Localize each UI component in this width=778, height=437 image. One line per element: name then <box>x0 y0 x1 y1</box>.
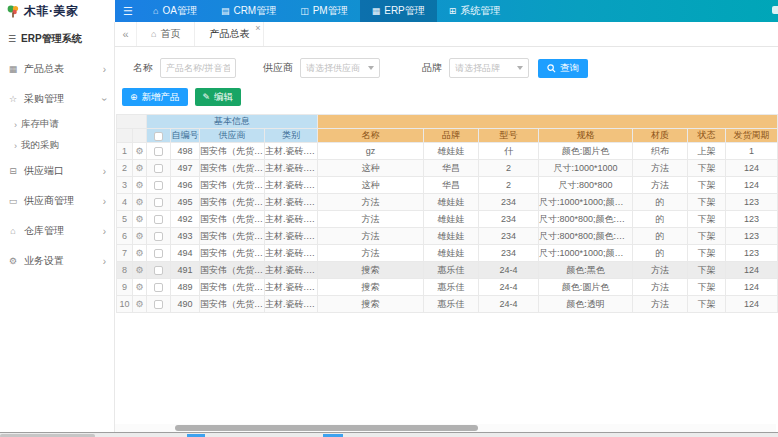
cell-brand: 雄娃娃 <box>424 211 479 228</box>
sidebar-item-供应端口[interactable]: ⊟供应端口› <box>0 156 114 186</box>
nav-menu-items: ⌂OA管理▤CRM管理◫PM管理▦ERP管理⊞系统管理 <box>141 0 512 22</box>
cell-model: 234 <box>479 245 539 262</box>
column-header-名称: 名称 <box>318 129 424 143</box>
cell-material: 方法 <box>633 262 688 279</box>
name-filter-input[interactable] <box>160 58 236 78</box>
cell-supplier: 国安伟（先货后... <box>200 279 265 296</box>
cell-material: 方法 <box>633 177 688 194</box>
sidebar-subitem-label: 我的采购 <box>21 139 59 152</box>
cell-name: 方法 <box>318 194 424 211</box>
column-header-自编号: 自编号 <box>171 129 200 143</box>
row-settings-gear-icon[interactable]: ⚙ <box>133 211 147 228</box>
row-checkbox[interactable] <box>154 198 163 207</box>
row-checkbox[interactable] <box>154 300 163 309</box>
supplier-select[interactable]: 请选择供应商 <box>300 58 380 78</box>
close-icon[interactable]: × <box>255 23 260 33</box>
row-settings-gear-icon[interactable]: ⚙ <box>133 279 147 296</box>
row-checkbox[interactable] <box>154 164 163 173</box>
brand-filter-label: 品牌 <box>422 61 442 75</box>
tab-label: 首页 <box>160 27 180 41</box>
nav-item-CRM管理[interactable]: ▤CRM管理 <box>209 0 288 22</box>
nav-item-label: 系统管理 <box>460 4 500 18</box>
cell-name: 方法 <box>318 228 424 245</box>
tabs-scroll-left-icon[interactable]: « <box>115 22 137 46</box>
nav-item-OA管理[interactable]: ⌂OA管理 <box>141 0 209 22</box>
chevron-right-icon: › <box>14 141 17 151</box>
row-checkbox[interactable] <box>154 266 163 275</box>
cell-spec: 尺寸:1000*1000;颜色:黑色 <box>539 194 633 211</box>
row-checkbox[interactable] <box>154 215 163 224</box>
row-checkbox[interactable] <box>154 147 163 156</box>
nav-item-系统管理[interactable]: ⊞系统管理 <box>437 0 513 22</box>
sidebar-item-采购管理[interactable]: ☆采购管理› <box>0 84 114 114</box>
row-settings-gear-icon[interactable]: ⚙ <box>133 262 147 279</box>
row-checkbox[interactable] <box>154 249 163 258</box>
row-settings-gear-icon[interactable]: ⚙ <box>133 143 147 160</box>
sidebar-menu: ▦产品总表›☆采购管理››库存申请›我的采购⊟供应端口›▭供应商管理›⌂仓库管理… <box>0 54 114 276</box>
row-checkbox[interactable] <box>154 283 163 292</box>
select-all-checkbox[interactable] <box>154 132 163 141</box>
edit-button[interactable]: ✎ 编辑 <box>195 88 242 106</box>
nav-item-ERP管理[interactable]: ▦ERP管理 <box>360 0 437 22</box>
row-number: 1 <box>117 143 133 160</box>
cell-supplier: 国安伟（先货后... <box>200 160 265 177</box>
cell-brand: 惠乐佳 <box>424 279 479 296</box>
chevron-right-icon: › <box>103 64 106 75</box>
main-layout: ☰ ERP管理系统 ▦产品总表›☆采购管理››库存申请›我的采购⊟供应端口›▭供… <box>0 22 778 437</box>
row-settings-gear-icon[interactable]: ⚙ <box>133 245 147 262</box>
search-icon <box>547 64 556 73</box>
cell-brand: 雄娃娃 <box>424 143 479 160</box>
sidebar-item-label: 业务设置 <box>24 254 97 268</box>
cell-spec: 尺寸:1000*1000 <box>539 160 633 177</box>
add-product-button[interactable]: ⊕ 新增产品 <box>122 88 188 106</box>
table-column-header-row: 自编号供应商类别名称品牌型号规格材质状态发货周期 <box>117 129 778 143</box>
table-group-header-row: 基本信息 <box>117 115 778 129</box>
sidebar-subitem-我的采购[interactable]: ›我的采购 <box>0 135 114 156</box>
cell-category: 主材.瓷砖.抛晶砖 <box>265 228 318 245</box>
row-settings-gear-icon[interactable]: ⚙ <box>133 194 147 211</box>
sidebar-item-label: 仓库管理 <box>24 224 97 238</box>
sidebar-item-业务设置[interactable]: ⚙业务设置› <box>0 246 114 276</box>
rownum-header-cell <box>117 129 133 143</box>
cell-status: 下架 <box>688 211 726 228</box>
sidebar-item-label: 供应商管理 <box>24 194 97 208</box>
cell-supplier: 国安伟（先货后... <box>200 245 265 262</box>
row-checkbox[interactable] <box>154 232 163 241</box>
tab-首页[interactable]: ⌂首页 <box>137 22 194 46</box>
cell-model: 2 <box>479 160 539 177</box>
cell-material: 方法 <box>633 296 688 313</box>
chevron-down-icon <box>517 66 523 70</box>
cell-brand: 雄娃娃 <box>424 194 479 211</box>
row-number: 10 <box>117 296 133 313</box>
row-settings-gear-icon[interactable]: ⚙ <box>133 160 147 177</box>
row-settings-gear-icon[interactable]: ⚙ <box>133 228 147 245</box>
nav-item-PM管理[interactable]: ◫PM管理 <box>288 0 360 22</box>
cell-model: 2 <box>479 177 539 194</box>
cell-cycle: 123 <box>726 228 778 245</box>
action-toolbar: ⊕ 新增产品 ✎ 编辑 <box>122 88 778 106</box>
product-table: 基本信息 自编号供应商类别名称品牌型号规格材质状态发货周期 1⚙498国安伟（先… <box>116 114 777 313</box>
tabs-container: ⌂首页产品总表× <box>137 22 264 46</box>
sidebar-item-供应商管理[interactable]: ▭供应商管理› <box>0 186 114 216</box>
query-button[interactable]: 查询 <box>538 59 588 78</box>
cell-model: 24-4 <box>479 262 539 279</box>
row-number: 8 <box>117 262 133 279</box>
sidebar-item-label: 供应端口 <box>24 164 97 178</box>
cell-code: 493 <box>171 228 200 245</box>
sidebar-item-产品总表[interactable]: ▦产品总表› <box>0 54 114 84</box>
cell-name: 搜索 <box>318 296 424 313</box>
sidebar-subitem-库存申请[interactable]: ›库存申请 <box>0 114 114 135</box>
row-settings-gear-icon[interactable]: ⚙ <box>133 177 147 194</box>
navbar-right-icon[interactable] <box>772 6 778 14</box>
row-settings-gear-icon[interactable]: ⚙ <box>133 296 147 313</box>
sidebar-item-仓库管理[interactable]: ⌂仓库管理› <box>0 216 114 246</box>
brand-select[interactable]: 请选择品牌 <box>449 58 529 78</box>
sidebar-item-label: 产品总表 <box>24 62 97 76</box>
cell-spec: 尺寸:800*800 <box>539 177 633 194</box>
tab-产品总表[interactable]: 产品总表× <box>194 22 264 46</box>
table-row: 10⚙490国安伟（先货后...主材.瓷砖.抛晶砖搜索惠乐佳24-4颜色:透明方… <box>117 296 778 313</box>
hamburger-menu-icon[interactable]: ☰ <box>115 0 141 22</box>
cell-model: 234 <box>479 211 539 228</box>
row-checkbox[interactable] <box>154 181 163 190</box>
table-horizontal-scrollbar-thumb[interactable] <box>175 425 478 431</box>
